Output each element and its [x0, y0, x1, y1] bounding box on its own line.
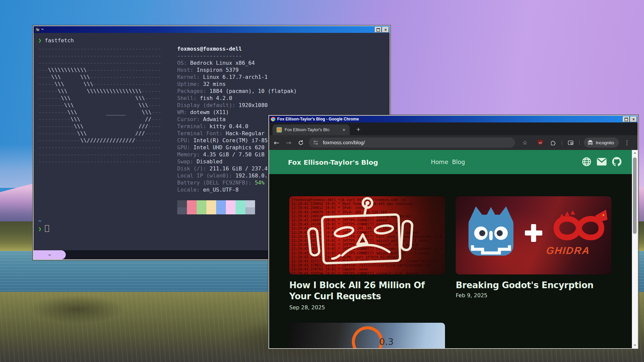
prompt-symbol: ❯	[38, 226, 42, 232]
tab-close-icon[interactable]: ×	[341, 126, 347, 133]
globe-icon[interactable]	[582, 157, 592, 167]
bookmark-star-icon[interactable]: ☆	[520, 138, 530, 147]
github-icon[interactable]	[612, 157, 622, 167]
terminal-command-line: ❯ fastfetch	[38, 37, 74, 44]
color-palette	[177, 200, 255, 214]
incognito-label: Incognito	[596, 140, 614, 145]
search-tabs-icon[interactable]	[566, 138, 575, 147]
ascii-art-row: --------------------------------------	[38, 45, 161, 52]
terminal-titlebar[interactable]: ~ ×	[34, 26, 390, 33]
ascii-art-row: --------------------------------------	[38, 151, 161, 158]
post-image-gauge[interactable]: 0.3	[289, 323, 445, 348]
fastfetch-line: Shell: fish 4.2.0	[177, 95, 297, 102]
chrome-titlebar[interactable]: Fox Ellison-Taylor's Blog - Google Chrom…	[269, 116, 638, 122]
ascii-art-row: --------\\\ \\\----	[38, 102, 161, 109]
fastfetch-line: Display (default): 1920x1080	[177, 102, 297, 109]
fastfetch-line: --------------------	[177, 52, 297, 59]
fastfetch-line: OS: Bedrock Linux x86_64	[177, 59, 297, 66]
post-title[interactable]: Breaking Godot's Encyrption	[456, 280, 610, 291]
prompt-symbol: ❯	[38, 37, 42, 44]
menu-dots-icon[interactable]: ⋮	[622, 138, 632, 147]
ascii-art-row: ------\\\ \\\\\\\\\\\\\\\\\------	[38, 88, 161, 95]
palette-swatch	[236, 200, 245, 214]
robot-doodle	[289, 196, 445, 274]
palette-swatch	[245, 200, 255, 214]
ascii-art-row: -------\\\ \\\-----	[38, 95, 161, 102]
back-icon[interactable]: ←	[272, 138, 281, 147]
post-title[interactable]: How I Block All 26 Million Of Your Curl …	[289, 280, 439, 302]
terminal-cursor	[45, 225, 49, 232]
ascii-art-row: -----\\\ \\\---------------------	[38, 81, 161, 88]
palette-swatch	[216, 200, 226, 214]
browser-toolbar: ← → foxmoss.com/blog/ ☆ uO Incognito	[269, 135, 638, 150]
post-image-curl[interactable]: [foxmoss@foxmoss-dell ~]$ curl https://f…	[289, 196, 445, 274]
scroll-down-icon[interactable]	[632, 343, 638, 348]
browser-tab[interactable]: Fox Ellison-Taylor's Blo ×	[273, 124, 350, 135]
terminal-title: ~	[41, 27, 44, 32]
fastfetch-line: Uptime: 32 mins	[177, 81, 297, 88]
chrome-window-title: Fox Ellison-Taylor's Blog - Google Chrom…	[277, 117, 359, 121]
maximize-icon	[377, 28, 380, 32]
forward-icon[interactable]: →	[284, 138, 293, 147]
kitty-icon	[35, 27, 40, 32]
toolbar-separator	[562, 140, 562, 145]
nav-home-link[interactable]: Home	[431, 159, 448, 165]
fastfetch-line: Host: Inspiron 5379	[177, 66, 297, 73]
chrome-maximize-button[interactable]	[623, 116, 630, 122]
blog-page: Fox Ellison-Taylor's Blog Home Blog [fox…	[269, 150, 632, 348]
ascii-art-row: -------------\\///////////////--------	[38, 137, 161, 144]
ascii-art-row: --------------------------------------	[38, 59, 161, 66]
post-date: Feb 9, 2025	[456, 292, 487, 299]
fastfetch-line: Packages: 1884 (pacman), 10 (flatpak)	[177, 88, 297, 95]
post-image-godot-ghidra[interactable]: GHIDRA	[456, 196, 611, 274]
gauge-icon: 0.3	[343, 323, 394, 348]
cwd-indicator: ~	[38, 218, 42, 224]
site-title: Fox Ellison-Taylor's Blog	[288, 158, 378, 166]
terminal-maximize-button[interactable]	[375, 27, 382, 33]
ascii-art-row: --------------------------------------	[38, 158, 161, 165]
page-scrollbar[interactable]	[632, 150, 638, 348]
palette-swatch	[206, 200, 216, 214]
ascii-art-row: ----------\\\ //---	[38, 116, 161, 123]
fastfetch-line: foxmoss@foxmoss-dell	[177, 45, 297, 52]
palette-swatch	[226, 200, 236, 214]
tab-title: Fox Ellison-Taylor's Blo	[285, 127, 339, 132]
extensions-puzzle-icon[interactable]	[548, 138, 558, 147]
godot-logo	[468, 206, 513, 256]
new-tab-button[interactable]: +	[354, 125, 363, 134]
scroll-up-icon[interactable]	[632, 150, 638, 156]
chrome-window[interactable]: Fox Ellison-Taylor's Blog - Google Chrom…	[268, 115, 639, 349]
nav-blog-link[interactable]: Blog	[452, 159, 465, 165]
mail-icon[interactable]	[597, 158, 607, 166]
ascii-art-row: -----------\\\ ///----	[38, 123, 161, 130]
fastfetch-line: Kernel: Linux 6.17.7-arch1-1	[177, 73, 297, 81]
incognito-icon	[587, 140, 593, 145]
reload-icon[interactable]	[296, 138, 305, 147]
ascii-art-row: ------------\\\ ///-----	[38, 130, 161, 137]
ascii-art-row: --------------------------------------	[38, 52, 161, 59]
gauge-value: 0.3	[379, 337, 394, 347]
post-date: Sep 28, 2025	[289, 304, 325, 311]
omnibox[interactable]: foxmoss.com/blog/	[309, 138, 515, 148]
maximize-icon	[625, 118, 628, 121]
fox-favicon-icon	[277, 127, 282, 133]
ascii-art-row: ---\\\\\\\\\\\\-----------------------	[38, 66, 161, 73]
palette-swatch	[187, 200, 197, 214]
plus-icon	[525, 224, 542, 242]
url-text[interactable]: foxmoss.com/blog/	[323, 140, 365, 145]
terminal-prompt[interactable]: ❯	[38, 225, 49, 232]
chrome-logo-icon	[271, 117, 276, 121]
ublock-extension-icon[interactable]: uO	[538, 140, 543, 146]
terminal-tab[interactable]: ~	[34, 250, 66, 259]
incognito-badge[interactable]: Incognito	[584, 138, 619, 148]
site-header: Fox Ellison-Taylor's Blog Home Blog	[269, 150, 632, 174]
palette-swatch	[177, 200, 187, 214]
tab-strip: Fox Ellison-Taylor's Blo × +	[269, 122, 638, 135]
toolbar-separator	[579, 140, 580, 145]
terminal-close-button[interactable]: ×	[382, 27, 389, 33]
ghidra-label: GHIDRA	[546, 245, 591, 256]
chrome-close-button[interactable]: ×	[630, 116, 637, 122]
scrollbar-thumb[interactable]	[633, 157, 637, 234]
ascii-art-row: ----\\\ \\\----------------------	[38, 73, 161, 81]
ghidra-logo: GHIDRA	[546, 210, 607, 256]
